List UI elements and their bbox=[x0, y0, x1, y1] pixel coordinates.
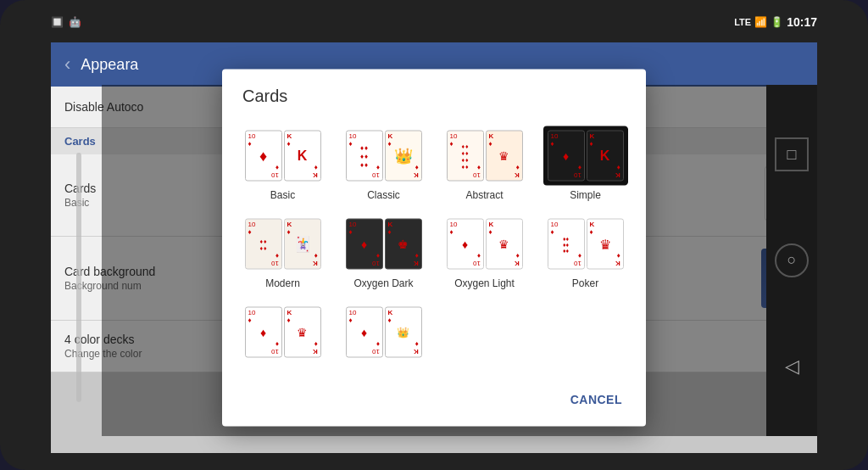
abstract-card-1: 10♦ ♦♦♦♦♦♦♦♦ 10♦ bbox=[447, 131, 484, 182]
oxygen-dark-img-wrap: 10♦ ♦ 10♦ K♦ ♚ K♦ bbox=[342, 215, 426, 274]
modern-img-wrap: 10♦ ♦♦♦♦ 10♦ K♦ 🃏 K♦ bbox=[241, 215, 326, 274]
signal-icon: 📶 bbox=[754, 16, 767, 28]
basic-img-wrap: 10♦ ♦ 10♦ K♦ K K♦ bbox=[241, 126, 326, 186]
poker-label: Poker bbox=[572, 277, 598, 289]
modern-card-2: K♦ 🃏 K♦ bbox=[284, 219, 321, 270]
card-option-abstract[interactable]: 10♦ ♦♦♦♦♦♦♦♦ 10♦ K♦ ♛ K♦ bbox=[437, 123, 531, 204]
oxygen-dark-card-1: 10♦ ♦ 10♦ bbox=[346, 219, 383, 270]
abstract-label: Abstract bbox=[465, 189, 503, 201]
app-bar-title: Appeara bbox=[81, 56, 138, 74]
poker-card-2: K♦ ♛ K♦ bbox=[587, 219, 624, 270]
oxygen-dark-label: Oxygen Dark bbox=[353, 277, 413, 289]
time-display: 10:17 bbox=[787, 15, 817, 29]
abstract-card-2: K♦ ♛ K♦ bbox=[486, 131, 523, 182]
simple-label: Simple bbox=[570, 189, 601, 201]
oxygen-light-card-2: K♦ ♛ K♦ bbox=[486, 219, 523, 270]
extra1-card-2: K♦ ♛ K♦ bbox=[284, 307, 321, 358]
card-option-extra2[interactable]: 10♦ ♦ 10♦ K♦ 👑 K♦ bbox=[337, 299, 431, 369]
extra1-card-1: 10♦ ♦ 10♦ bbox=[245, 307, 282, 358]
card-option-basic[interactable]: 10♦ ♦ 10♦ K♦ K K♦ B bbox=[236, 123, 330, 204]
card-option-classic[interactable]: 10♦ ♦♦ ♦♦ ♦♦ 10♦ K♦ bbox=[337, 123, 431, 204]
battery-icon: 🔋 bbox=[771, 16, 783, 28]
dialog-content: 10♦ ♦ 10♦ K♦ K K♦ B bbox=[222, 116, 646, 376]
classic-img-wrap: 10♦ ♦♦ ♦♦ ♦♦ 10♦ K♦ bbox=[342, 126, 426, 186]
card-option-simple[interactable]: 10♦ ♦ 10♦ K♦ K K♦ S bbox=[538, 123, 632, 204]
card-option-oxygen-dark[interactable]: 10♦ ♦ 10♦ K♦ ♚ K♦ O bbox=[337, 211, 431, 293]
card-option-modern[interactable]: 10♦ ♦♦♦♦ 10♦ K♦ 🃏 K♦ bbox=[236, 211, 330, 293]
poker-card-1: 10♦ ♦♦♦♦♦♦ 10♦ bbox=[548, 219, 585, 270]
card-option-oxygen-light[interactable]: 10♦ ♦ 10♦ K♦ ♛ K♦ O bbox=[437, 211, 531, 293]
oxygen-dark-card-2: K♦ ♚ K♦ bbox=[385, 219, 422, 270]
simple-card-2: K♦ K K♦ bbox=[587, 131, 624, 182]
extra1-img-wrap: 10♦ ♦ 10♦ K♦ ♛ K♦ bbox=[241, 303, 326, 362]
poker-img-wrap: 10♦ ♦♦♦♦♦♦ 10♦ K♦ ♛ K♦ bbox=[543, 215, 628, 274]
abstract-img-wrap: 10♦ ♦♦♦♦♦♦♦♦ 10♦ K♦ ♛ K♦ bbox=[442, 126, 527, 186]
nav-buttons: □ ○ ◁ bbox=[766, 85, 817, 436]
card-option-extra1[interactable]: 10♦ ♦ 10♦ K♦ ♛ K♦ bbox=[236, 299, 330, 369]
cards-dialog: Cards 10♦ ♦ 10♦ bbox=[222, 70, 646, 427]
extra2-card-2: K♦ 👑 K♦ bbox=[385, 307, 422, 358]
card-option-poker[interactable]: 10♦ ♦♦♦♦♦♦ 10♦ K♦ ♛ K♦ bbox=[538, 211, 632, 293]
basic-label: Basic bbox=[270, 189, 295, 201]
oxygen-light-card-1: 10♦ ♦ 10♦ bbox=[447, 219, 484, 270]
lte-label: LTE bbox=[734, 17, 751, 27]
classic-label: Classic bbox=[367, 189, 400, 201]
oxygen-light-img-wrap: 10♦ ♦ 10♦ K♦ ♛ K♦ bbox=[442, 215, 527, 274]
status-left-icons: 🔲 🤖 bbox=[51, 16, 81, 28]
extra2-card-1: 10♦ ♦ 10♦ bbox=[346, 307, 383, 358]
scroll-indicator bbox=[76, 153, 81, 402]
circle-nav-button[interactable]: ○ bbox=[775, 243, 809, 277]
cancel-button[interactable]: CANCEL bbox=[560, 386, 632, 413]
modern-label: Modern bbox=[265, 277, 300, 289]
simple-card-1: 10♦ ♦ 10♦ bbox=[548, 131, 585, 182]
classic-card-1: 10♦ ♦♦ ♦♦ ♦♦ 10♦ bbox=[346, 131, 383, 182]
dialog-title: Cards bbox=[222, 70, 646, 116]
oxygen-light-label: Oxygen Light bbox=[454, 277, 515, 289]
sim-icon: 🔲 bbox=[51, 16, 64, 28]
card-options-grid: 10♦ ♦ 10♦ K♦ K K♦ B bbox=[236, 116, 632, 376]
classic-card-2: K♦ 👑 K♦ bbox=[385, 131, 422, 182]
dialog-actions: CANCEL bbox=[222, 376, 646, 427]
square-nav-button[interactable]: □ bbox=[775, 137, 809, 171]
simple-img-wrap: 10♦ ♦ 10♦ K♦ K K♦ bbox=[543, 126, 628, 186]
app-area: ‹ Appeara Disable Autoco Cards Cards Bas… bbox=[51, 42, 817, 453]
back-button[interactable]: ‹ bbox=[64, 53, 70, 76]
status-right: LTE 📶 🔋 10:17 bbox=[734, 15, 817, 29]
extra2-img-wrap: 10♦ ♦ 10♦ K♦ 👑 K♦ bbox=[342, 303, 426, 362]
status-bar: 🔲 🤖 LTE 📶 🔋 10:17 bbox=[51, 7, 817, 37]
basic-card-2: K♦ K K♦ bbox=[284, 131, 321, 182]
back-nav-button[interactable]: ◁ bbox=[775, 350, 809, 383]
basic-card-1: 10♦ ♦ 10♦ bbox=[245, 131, 282, 182]
modern-card-1: 10♦ ♦♦♦♦ 10♦ bbox=[245, 219, 282, 270]
phone-frame: 🔲 🤖 LTE 📶 🔋 10:17 ‹ Appeara Disable Auto… bbox=[0, 0, 868, 470]
android-icon: 🤖 bbox=[69, 16, 81, 28]
